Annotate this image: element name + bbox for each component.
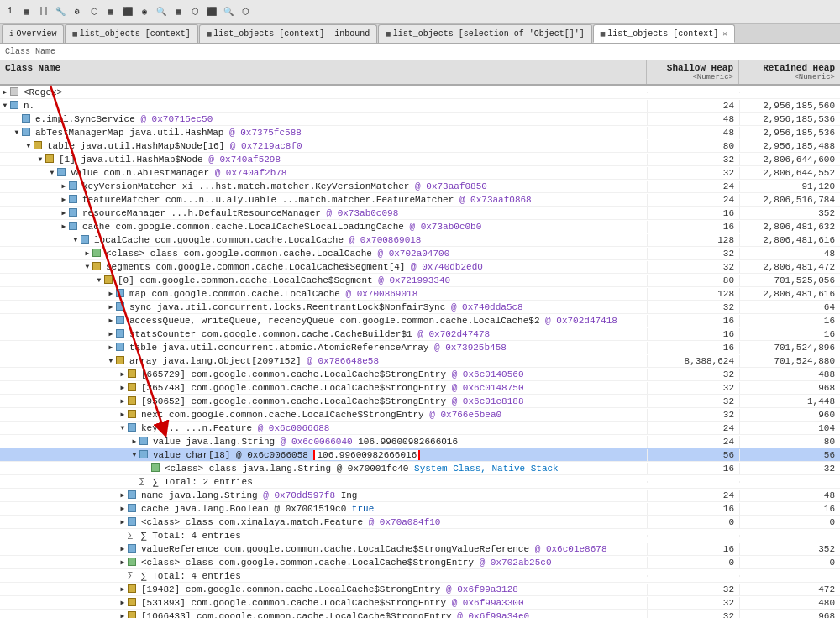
table-row[interactable]: ▶sync java.util.concurrent.locks.Reentra…: [0, 301, 840, 314]
table-row[interactable]: ▶<class> class com.google.common.cache.L…: [0, 556, 840, 569]
expand-icon[interactable]: ▶: [118, 612, 128, 618]
expand-icon[interactable]: ▼: [94, 276, 104, 284]
tab-list4-close[interactable]: ✕: [722, 29, 727, 39]
table-row[interactable]: ▶<class> class com.google.common.cache.L…: [0, 247, 840, 260]
table-row[interactable]: ▶statsCounter com.google.common.cache.Ca…: [0, 327, 840, 341]
expand-icon[interactable]: ▼: [47, 169, 57, 176]
expand-icon[interactable]: ▶: [118, 599, 128, 606]
gear-icon[interactable]: ⚙: [71, 5, 84, 18]
expand-icon[interactable]: ▶: [118, 397, 128, 405]
expand-icon[interactable]: ▶: [118, 411, 128, 418]
expand-icon[interactable]: ▶: [106, 330, 116, 338]
bars-icon[interactable]: ||: [37, 5, 50, 18]
expand-icon[interactable]: ▶: [106, 317, 116, 324]
table-row[interactable]: ▼value char[18] @ 0x6c0066058 106.996009…: [0, 448, 840, 462]
tab-list4[interactable]: ▦ list_objects [context] ✕: [593, 24, 735, 43]
expand-icon[interactable]: ▼: [106, 357, 116, 364]
table-row[interactable]: ▶[531893] com.google.common.cache.LocalC…: [0, 596, 840, 610]
table-row[interactable]: ▶map com.google.common.cache.LocalCache …: [0, 287, 840, 301]
expand-icon[interactable]: ▼: [118, 424, 128, 432]
expand-icon[interactable]: ▼: [129, 451, 139, 458]
table-row[interactable]: ▶[365748] com.google.common.cache.LocalC…: [0, 381, 840, 395]
table-row[interactable]: ▶name java.lang.String @ 0x70dd597f8 Ing…: [0, 489, 840, 502]
main-content[interactable]: Class Name Shallow Heap <Numeric> Retain…: [0, 60, 840, 618]
expand-icon[interactable]: ▼: [71, 236, 81, 244]
expand-icon[interactable]: ▶: [118, 491, 128, 499]
chart-icon[interactable]: ▦: [20, 5, 34, 18]
table-row[interactable]: ▼abTestManagerMap java.util.HashMap @ 0x…: [0, 126, 840, 139]
expand-icon[interactable]: ▼: [0, 102, 10, 109]
table-row[interactable]: ▼[1] java.util.HashMap$Node @ 0x740af529…: [0, 153, 840, 166]
table-row[interactable]: ▶[19482] com.google.common.cache.LocalCa…: [0, 583, 840, 596]
table-row[interactable]: ▶[950652] com.google.common.cache.LocalC…: [0, 395, 840, 408]
expand-icon[interactable]: ▶: [0, 88, 10, 96]
table-row[interactable]: <class> class java.lang.String @ 0x70001…: [0, 462, 840, 475]
search-icon[interactable]: 🔍: [155, 5, 168, 18]
tab-list3[interactable]: ▦ list_objects [selection of 'Object[]']: [378, 24, 591, 43]
square-icon[interactable]: ⬛: [121, 5, 134, 18]
expand-icon[interactable]: ▶: [59, 209, 69, 217]
tab-list2[interactable]: ▦ list_objects [context] -inbound: [199, 24, 377, 43]
expand-icon[interactable]: ▶: [129, 437, 139, 445]
table-row[interactable]: ▶<class> class com.ximalaya.match.Featur…: [0, 516, 840, 529]
search2-icon[interactable]: 🔍: [222, 5, 235, 18]
tab-list1[interactable]: ▦ list_objects [context]: [65, 24, 197, 43]
expand-icon[interactable]: ▶: [118, 370, 128, 378]
field-icon: [128, 504, 139, 514]
table-row[interactable]: ▼segments com.google.common.cache.LocalC…: [0, 260, 840, 274]
table-row[interactable]: ▶resourceManager ...h.DefaultResourceMan…: [0, 207, 840, 220]
table-row[interactable]: ▶[1066433] com.google.common.cache.Local…: [0, 610, 840, 618]
table-row[interactable]: ▶accessQueue, writeQueue, recencyQueue c…: [0, 314, 840, 327]
tools-icon[interactable]: 🔧: [54, 5, 67, 18]
table-row[interactable]: ▶[665729] com.google.common.cache.LocalC…: [0, 368, 840, 381]
table-row[interactable]: ▶cache com.google.common.cache.LocalCach…: [0, 220, 840, 233]
table-row[interactable]: ▼n.242,956,185,560: [0, 99, 840, 113]
table-row[interactable]: ▶featureMatcher com...n..u.aly.uable ...…: [0, 193, 840, 207]
table-row[interactable]: ∑∑ Total: 2 entries: [0, 475, 840, 489]
table-row[interactable]: e.impl.SyncService @ 0x70715ec50482,956,…: [0, 113, 840, 126]
tab-overview[interactable]: i Overview: [2, 24, 64, 43]
expand-icon[interactable]: ▶: [118, 585, 128, 593]
table-row[interactable]: ▶table java.util.concurrent.atomic.Atomi…: [0, 341, 840, 354]
expand-icon[interactable]: ▶: [106, 343, 116, 351]
expand-icon[interactable]: ▶: [59, 223, 69, 230]
expand-icon[interactable]: ▶: [106, 303, 116, 311]
table-row[interactable]: ▶next com.google.common.cache.LocalCache…: [0, 408, 840, 422]
table-row[interactable]: ▶cache java.lang.Boolean @ 0x7001519c0 t…: [0, 502, 840, 516]
table-row[interactable]: ▶valueReference com.google.common.cache.…: [0, 542, 840, 556]
hex1-icon[interactable]: ⬡: [87, 5, 101, 18]
hex3-icon[interactable]: ⬡: [239, 5, 252, 18]
table-row[interactable]: ∑∑ Total: 4 entries: [0, 569, 840, 583]
table-row[interactable]: ▼array java.lang.Object[2097152] @ 0x786…: [0, 354, 840, 368]
expand-icon[interactable]: ▶: [106, 290, 116, 297]
table-row[interactable]: ▶<Regex>: [0, 86, 840, 99]
table-row[interactable]: ∑∑ Total: 4 entries: [0, 529, 840, 542]
expand-icon[interactable]: ▶: [118, 384, 128, 391]
hex2-icon[interactable]: ⬡: [188, 5, 202, 18]
grid2-icon[interactable]: ▦: [171, 5, 185, 18]
table-row[interactable]: ▼table java.util.HashMap$Node[16] @ 0x72…: [0, 139, 840, 153]
table-row[interactable]: ▶value java.lang.String @ 0x6c0066040 10…: [0, 435, 840, 448]
expand-icon[interactable]: ▶: [118, 505, 128, 512]
expand-icon[interactable]: ▼: [12, 128, 22, 136]
grid-icon[interactable]: ▦: [104, 5, 118, 18]
expand-icon[interactable]: ▶: [82, 249, 92, 257]
col-retained-header[interactable]: Retained Heap <Numeric>: [739, 60, 840, 84]
expand-icon[interactable]: ▼: [24, 142, 34, 149]
circle-icon[interactable]: ◉: [138, 5, 151, 18]
expand-icon[interactable]: ▶: [59, 196, 69, 203]
expand-icon[interactable]: ▶: [118, 518, 128, 526]
table-row[interactable]: ▼[0] com.google.common.cache.LocalCache$…: [0, 274, 840, 287]
table-row[interactable]: ▼value com.n.AbTestManager @ 0x740af2b78…: [0, 166, 840, 180]
expand-icon[interactable]: ▶: [118, 558, 128, 566]
info-icon[interactable]: i: [3, 5, 17, 18]
col-shallow-header[interactable]: Shallow Heap <Numeric>: [647, 60, 739, 84]
expand-icon[interactable]: ▼: [35, 155, 45, 163]
table-row[interactable]: ▼key ... ...n.Feature @ 0x6c006668824104: [0, 422, 840, 435]
expand-icon[interactable]: ▶: [118, 545, 128, 553]
table-row[interactable]: ▼localCache com.google.common.cache.Loca…: [0, 233, 840, 247]
expand-icon[interactable]: ▶: [59, 182, 69, 190]
table-row[interactable]: ▶keyVersionMatcher xi ...hst.match.match…: [0, 180, 840, 193]
expand-icon[interactable]: ▼: [82, 263, 92, 270]
square2-icon[interactable]: ⬛: [205, 5, 218, 18]
